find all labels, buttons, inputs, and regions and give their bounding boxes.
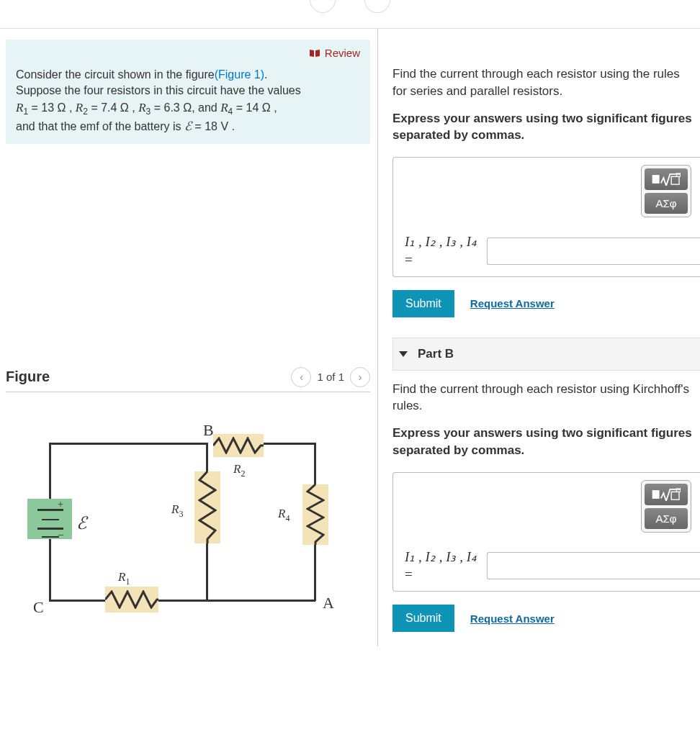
request-answer-b[interactable]: Request Answer xyxy=(470,612,555,625)
resistor-r2 xyxy=(213,434,264,457)
figure-counter: 1 of 1 xyxy=(317,371,344,383)
part-a-question: Find the current through each resistor u… xyxy=(392,65,700,100)
part-a: Find the current through each resistor u… xyxy=(392,40,700,317)
r3-label: R3 xyxy=(171,500,183,520)
svg-rect-5 xyxy=(676,488,680,492)
chevron-down-icon xyxy=(399,351,408,357)
greek-symbols-button-b[interactable]: ΑΣφ xyxy=(645,508,688,529)
figure-next-button[interactable]: › xyxy=(350,367,370,387)
problem-text: Consider the circuit shown in the figure… xyxy=(16,67,360,135)
svg-rect-3 xyxy=(652,490,659,498)
answer-box-a: ΑΣφ I₁ , I₂ , I₃ , I₄ = xyxy=(392,157,700,276)
node-a: A xyxy=(323,594,334,612)
figure-link[interactable]: (Figure 1) xyxy=(215,68,264,81)
r4-label: R4 xyxy=(278,505,290,524)
part-b-title: Part B xyxy=(418,347,454,361)
resistor-r3 xyxy=(194,471,220,543)
battery-plus: + xyxy=(58,499,63,510)
svg-rect-4 xyxy=(671,492,679,499)
submit-button-b[interactable]: Submit xyxy=(392,605,454,632)
problem-statement: Review Consider the circuit shown in the… xyxy=(6,40,370,144)
node-c: C xyxy=(33,598,44,617)
answer-input-a[interactable] xyxy=(487,238,700,265)
review-label: Review xyxy=(325,47,360,59)
figure-prev-button[interactable]: ‹ xyxy=(291,367,311,387)
book-icon xyxy=(309,49,320,58)
math-template-button-b[interactable] xyxy=(645,484,688,505)
r2-label: R2 xyxy=(233,460,245,479)
svg-rect-1 xyxy=(671,177,679,185)
answer-input-b[interactable] xyxy=(487,552,700,579)
battery-minus: − xyxy=(58,529,64,542)
review-link[interactable]: Review xyxy=(309,47,360,59)
part-b: Find the current through each resistor u… xyxy=(392,381,700,633)
node-b: B xyxy=(203,421,214,440)
answer-box-b: ΑΣφ I₁ , I₂ , I₃ , I₄ = xyxy=(392,472,700,592)
part-b-instruction: Express your answers using two significa… xyxy=(392,425,700,459)
figure-header: Figure ‹ 1 of 1 › xyxy=(6,367,370,392)
top-nav-circles xyxy=(0,0,700,17)
circuit-diagram: + − ℰ R2 R1 R3 R4 B xyxy=(20,421,337,630)
answer-vars-a: I₁ , I₂ , I₃ , I₄ = xyxy=(405,233,477,268)
answer-vars-b: I₁ , I₂ , I₃ , I₄ = xyxy=(405,548,477,584)
math-template-button[interactable] xyxy=(645,168,688,190)
part-b-question: Find the current through each resistor u… xyxy=(392,381,700,415)
sqrt-icon xyxy=(652,173,681,186)
emf-label: ℰ xyxy=(76,513,87,533)
figure-title: Figure xyxy=(6,368,50,385)
request-answer-a[interactable]: Request Answer xyxy=(470,297,555,309)
r1-label: R1 xyxy=(118,568,130,587)
svg-rect-0 xyxy=(652,176,659,184)
part-b-header[interactable]: Part B xyxy=(392,338,700,371)
resistor-r1 xyxy=(105,587,158,612)
part-a-instruction: Express your answers using two significa… xyxy=(392,110,700,145)
submit-button-a[interactable]: Submit xyxy=(392,290,454,317)
sqrt-icon xyxy=(652,488,681,501)
greek-symbols-button[interactable]: ΑΣφ xyxy=(645,193,688,214)
resistor-r4 xyxy=(302,484,328,545)
